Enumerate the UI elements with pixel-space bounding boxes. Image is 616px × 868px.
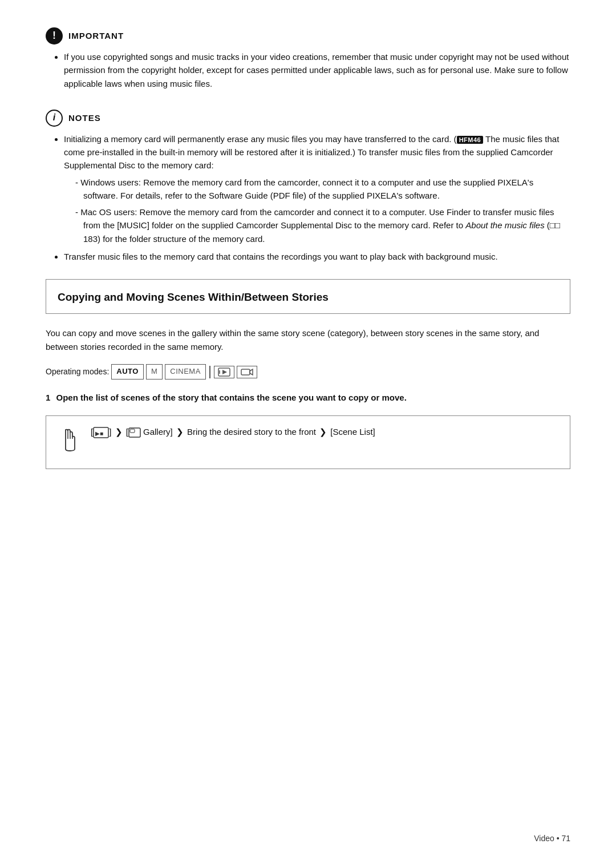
playback-icon-svg bbox=[218, 368, 230, 377]
important-icon-label: ! bbox=[52, 28, 56, 44]
svg-marker-4 bbox=[250, 369, 253, 375]
important-title: IMPORTANT bbox=[68, 29, 124, 42]
important-icon: ! bbox=[46, 27, 63, 45]
operating-modes-label: Operating modes: bbox=[46, 366, 109, 378]
instruction-text: [▶■] ❯ [ Gallery] ❯ Bring the desired st… bbox=[91, 425, 556, 439]
scene-list-text: [Scene List] bbox=[330, 427, 375, 437]
instruction-box: [▶■] ❯ [ Gallery] ❯ Bring the desired st… bbox=[46, 415, 570, 469]
notes-sub-item-2: Mac OS users: Remove the memory card fro… bbox=[75, 205, 570, 245]
mode-cinema: CINEMA bbox=[165, 364, 206, 379]
notes-icon: i bbox=[46, 110, 63, 127]
notes-bullet-1-text-a: Initializing a memory card will permanen… bbox=[64, 134, 457, 144]
notes-header: i NOTES bbox=[46, 110, 570, 127]
footer-text: Video • 71 bbox=[534, 834, 570, 843]
notes-block: i NOTES Initializing a memory card will … bbox=[46, 110, 570, 263]
svg-text:▶■: ▶■ bbox=[95, 430, 103, 437]
hand-svg bbox=[60, 426, 80, 454]
step-1-text: Open the list of scenes of the story tha… bbox=[56, 393, 407, 402]
page-footer: Video • 71 bbox=[534, 833, 570, 845]
mode-icon-playback bbox=[214, 366, 234, 378]
arrow-3: ❯ bbox=[319, 427, 329, 437]
story-icon-svg: ▶■ bbox=[93, 427, 109, 438]
important-block: ! IMPORTANT If you use copyrighted songs… bbox=[46, 27, 570, 94]
important-bullet: If you use copyrighted songs and music t… bbox=[64, 50, 570, 90]
instruction-icon-story: [▶■] bbox=[91, 427, 114, 437]
important-body: If you use copyrighted songs and music t… bbox=[46, 50, 570, 94]
step-1: 1 Open the list of scenes of the story t… bbox=[46, 391, 570, 404]
notes-sub-item-1: Windows users: Remove the memory card fr… bbox=[75, 176, 570, 203]
instruction-bring-front: Bring the desired story to the front bbox=[187, 427, 316, 437]
notes-title: NOTES bbox=[68, 111, 101, 124]
ref-italic-music: About the music files bbox=[465, 220, 544, 230]
important-header: ! IMPORTANT bbox=[46, 27, 570, 45]
hfm46-badge: HFM46 bbox=[457, 136, 484, 144]
mode-separator bbox=[209, 366, 210, 378]
notes-bullet-2: Transfer music files to the memory card … bbox=[64, 250, 570, 263]
svg-marker-1 bbox=[222, 370, 227, 374]
mode-auto: AUTO bbox=[111, 364, 144, 379]
notes-icon-label: i bbox=[53, 111, 55, 125]
svg-rect-11 bbox=[130, 429, 135, 433]
arrow-1: ❯ bbox=[115, 427, 125, 437]
arrow-2: ❯ bbox=[176, 427, 186, 437]
svg-rect-3 bbox=[241, 369, 250, 375]
notes-body: Initializing a memory card will permanen… bbox=[46, 132, 570, 263]
notes-sub-list: Windows users: Remove the memory card fr… bbox=[64, 176, 570, 245]
operating-modes-row: Operating modes: AUTO M CINEMA bbox=[46, 364, 570, 379]
hand-icon bbox=[60, 426, 80, 459]
mode-icon-camera bbox=[237, 366, 257, 378]
notes-bullet-1: Initializing a memory card will permanen… bbox=[64, 132, 570, 245]
gallery-icon-svg bbox=[128, 427, 141, 438]
copying-moving-section-box: Copying and Moving Scenes Within/Between… bbox=[46, 279, 570, 314]
section-title: Copying and Moving Scenes Within/Between… bbox=[58, 289, 558, 305]
mode-m: M bbox=[146, 364, 163, 379]
step-1-number: 1 bbox=[46, 393, 50, 402]
section-body: You can copy and move scenes in the gall… bbox=[46, 326, 570, 354]
gallery-icon-text: [ Gallery] bbox=[126, 427, 175, 437]
camera-icon-svg bbox=[241, 368, 253, 377]
